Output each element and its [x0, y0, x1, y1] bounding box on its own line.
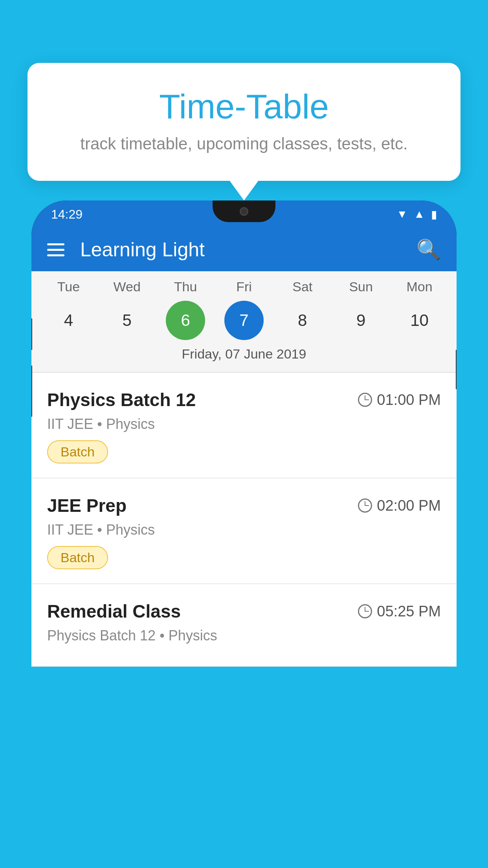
- app-title: Learning Light: [80, 238, 401, 261]
- volume-up-button: [31, 318, 32, 350]
- tooltip-card: Time-Table track timetable, upcoming cla…: [28, 63, 460, 181]
- class-name-3: Remedial Class: [47, 601, 181, 622]
- volume-down-button: [31, 366, 32, 417]
- class-time-2: 02:00 PM: [358, 497, 441, 514]
- day-6-today[interactable]: 6: [166, 301, 205, 340]
- day-header-wed: Wed: [107, 279, 147, 294]
- day-numbers: 4 5 6 7 8 9 10: [31, 301, 457, 340]
- app-bar: Learning Light 🔍: [31, 228, 457, 271]
- time-label-2: 02:00 PM: [377, 497, 441, 514]
- schedule-item-2[interactable]: JEE Prep 02:00 PM IIT JEE • Physics Batc…: [31, 478, 457, 584]
- day-header-mon: Mon: [400, 279, 439, 294]
- phone-mockup: 14:29 ▼ ▲ ▮ Learning Light 🔍 Tue Wed Thu: [31, 200, 457, 868]
- phone-frame: 14:29 ▼ ▲ ▮ Learning Light 🔍 Tue Wed Thu: [31, 200, 457, 667]
- power-button: [456, 350, 457, 389]
- time-label-1: 01:00 PM: [377, 392, 441, 408]
- day-header-thu: Thu: [166, 279, 205, 294]
- tooltip-title: Time-Table: [59, 86, 429, 127]
- tooltip-subtitle: track timetable, upcoming classes, tests…: [59, 134, 429, 153]
- search-icon[interactable]: 🔍: [416, 238, 441, 261]
- class-subtitle-2: IIT JEE • Physics: [47, 522, 441, 538]
- day-10[interactable]: 10: [400, 301, 439, 340]
- phone-notch: [213, 200, 275, 222]
- schedule-item-3-header: Remedial Class 05:25 PM: [47, 601, 441, 622]
- status-time: 14:29: [51, 207, 83, 222]
- class-subtitle-3: Physics Batch 12 • Physics: [47, 627, 441, 644]
- calendar-strip: Tue Wed Thu Fri Sat Sun Mon 4 5 6 7 8 9 …: [31, 271, 457, 372]
- battery-icon: ▮: [431, 208, 437, 221]
- day-4[interactable]: 4: [49, 301, 88, 340]
- schedule-list: Physics Batch 12 01:00 PM IIT JEE • Phys…: [31, 373, 457, 667]
- signal-icon: ▲: [414, 208, 425, 221]
- schedule-item-1[interactable]: Physics Batch 12 01:00 PM IIT JEE • Phys…: [31, 373, 457, 478]
- class-subtitle-1: IIT JEE • Physics: [47, 416, 441, 432]
- batch-badge-1: Batch: [47, 440, 108, 463]
- day-headers: Tue Wed Thu Fri Sat Sun Mon: [31, 279, 457, 294]
- day-5[interactable]: 5: [107, 301, 147, 340]
- day-header-fri: Fri: [224, 279, 264, 294]
- batch-badge-2: Batch: [47, 546, 108, 569]
- clock-icon-3: [358, 604, 372, 618]
- status-icons: ▼ ▲ ▮: [397, 208, 437, 221]
- class-name-2: JEE Prep: [47, 495, 127, 516]
- clock-icon-2: [358, 498, 372, 513]
- hamburger-menu-button[interactable]: [47, 243, 64, 256]
- class-time-1: 01:00 PM: [358, 392, 441, 408]
- schedule-item-1-header: Physics Batch 12 01:00 PM: [47, 389, 441, 410]
- wifi-icon: ▼: [397, 208, 408, 221]
- day-header-sat: Sat: [283, 279, 322, 294]
- class-time-3: 05:25 PM: [358, 603, 441, 620]
- time-label-3: 05:25 PM: [377, 603, 441, 620]
- day-7-selected[interactable]: 7: [224, 301, 264, 340]
- selected-date-label: Friday, 07 June 2019: [31, 346, 457, 368]
- clock-icon-1: [358, 393, 372, 407]
- schedule-item-3[interactable]: Remedial Class 05:25 PM Physics Batch 12…: [31, 584, 457, 667]
- day-9[interactable]: 9: [341, 301, 381, 340]
- camera: [240, 207, 248, 216]
- schedule-item-2-header: JEE Prep 02:00 PM: [47, 495, 441, 516]
- class-name-1: Physics Batch 12: [47, 389, 196, 410]
- day-header-sun: Sun: [341, 279, 381, 294]
- day-8[interactable]: 8: [283, 301, 322, 340]
- day-header-tue: Tue: [49, 279, 88, 294]
